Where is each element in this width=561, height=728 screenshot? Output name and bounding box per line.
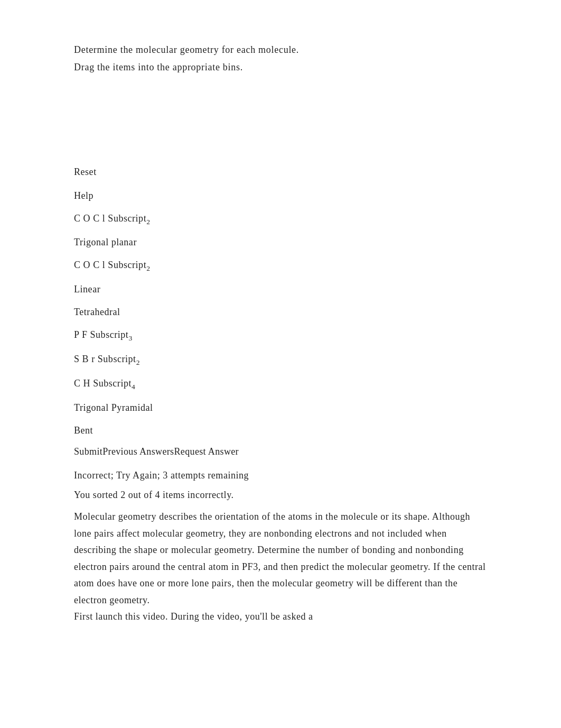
item-label: Linear bbox=[74, 284, 100, 294]
help-button[interactable]: Help bbox=[74, 190, 94, 201]
instruction-line2: Drag the items into the appropriate bins… bbox=[74, 60, 487, 75]
explanation-paragraph2: First launch this video. During the vide… bbox=[74, 609, 487, 625]
feedback-section: Incorrect; Try Again; 3 attempts remaini… bbox=[74, 466, 487, 505]
list-item[interactable]: P F Subscript3 bbox=[74, 324, 487, 348]
feedback-sorted-info: You sorted 2 out of 4 items incorrectly. bbox=[74, 485, 487, 505]
explanation-paragraph1: Molecular geometry describes the orienta… bbox=[74, 509, 487, 609]
item-label: Tetrahedral bbox=[74, 307, 120, 317]
list-item[interactable]: Bent bbox=[74, 419, 487, 442]
content-area: Reset Help C O C l Subscript2 Trigonal p… bbox=[74, 160, 487, 625]
list-item[interactable]: Trigonal planar bbox=[74, 231, 487, 254]
list-item[interactable]: Trigonal Pyramidal bbox=[74, 397, 487, 419]
submit-button[interactable]: Submit bbox=[74, 446, 102, 457]
item-label: Trigonal Pyramidal bbox=[74, 402, 153, 413]
list-item[interactable]: Linear bbox=[74, 278, 487, 301]
submit-row: SubmitPrevious AnswersRequest Answer bbox=[74, 442, 487, 462]
explanation-block: Molecular geometry describes the orienta… bbox=[74, 509, 487, 625]
item-label: Trigonal planar bbox=[74, 237, 137, 247]
item-label: P F Subscript3 bbox=[74, 329, 133, 340]
instruction-line1: Determine the molecular geometry for eac… bbox=[74, 42, 487, 58]
list-item[interactable]: C O C l Subscript2 bbox=[74, 254, 487, 278]
item-label: C O C l Subscript2 bbox=[74, 260, 151, 270]
item-label: C H Subscript4 bbox=[74, 378, 135, 389]
previous-answers-button[interactable]: Previous Answers bbox=[102, 446, 174, 457]
spacer bbox=[74, 96, 487, 160]
help-row: Help bbox=[74, 185, 487, 207]
item-label: C O C l Subscript2 bbox=[74, 213, 151, 224]
list-item[interactable]: C H Subscript4 bbox=[74, 372, 487, 397]
item-label: Bent bbox=[74, 425, 93, 436]
list-item[interactable]: C O C l Subscript2 bbox=[74, 207, 487, 232]
request-answer-button[interactable]: Request Answer bbox=[174, 446, 239, 457]
reset-button[interactable]: Reset bbox=[74, 167, 97, 177]
feedback-status: Incorrect; Try Again; 3 attempts remaini… bbox=[74, 466, 487, 485]
reset-row: Reset bbox=[74, 160, 487, 185]
instructions-block: Determine the molecular geometry for eac… bbox=[74, 42, 487, 75]
list-item[interactable]: S B r Subscript2 bbox=[74, 348, 487, 372]
list-item[interactable]: Tetrahedral bbox=[74, 301, 487, 324]
item-label: S B r Subscript2 bbox=[74, 354, 140, 364]
